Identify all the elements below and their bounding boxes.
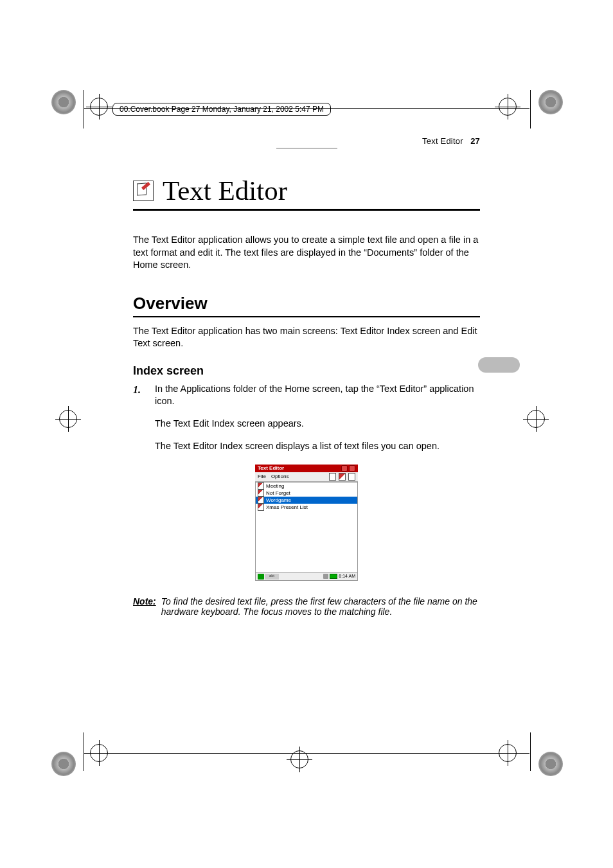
step-result-1: The Text Edit Index screen appears.: [155, 417, 480, 430]
step-1: 1. In the Applications folder of the Hom…: [133, 383, 480, 408]
list-item-label: Meeting: [266, 483, 284, 490]
status-time: 8:14 AM: [339, 574, 355, 578]
help-icon: [341, 465, 348, 472]
running-head: 00.Cover.book Page 27 Monday, January 21…: [112, 103, 331, 116]
title-row: Text Editor: [133, 175, 480, 206]
registration-dot: [538, 752, 563, 776]
screenshot-menubar: File Options: [255, 472, 358, 482]
edit-icon: [339, 473, 346, 481]
page-title: Text Editor: [163, 175, 287, 206]
text-editor-icon: [133, 181, 154, 201]
overview-heading: Overview: [133, 294, 480, 314]
index-screen-screenshot: Text Editor File Options: [255, 465, 358, 581]
trash-icon: [348, 473, 355, 481]
list-item-label: Wordgame: [266, 497, 291, 504]
screenshot-statusbar: akt 8:14 AM: [255, 573, 358, 581]
screenshot-file-list: Meeting Not Forget Wordgame Xmas Present…: [255, 482, 358, 573]
status-battery-icon: [330, 574, 337, 579]
registration-dot: [538, 90, 563, 114]
file-icon: [258, 504, 264, 511]
list-item-label: Not Forget: [266, 490, 290, 497]
status-input-mode: akt: [265, 574, 279, 580]
frame-line: [84, 732, 84, 771]
registration-mark: [90, 98, 108, 116]
menu-file: File: [258, 474, 266, 479]
file-icon: [258, 483, 264, 490]
menu-options: Options: [271, 474, 289, 479]
step-number: 1.: [133, 383, 145, 408]
list-item: Not Forget: [256, 490, 357, 497]
frame-line: [530, 732, 531, 771]
list-item-selected: Wordgame: [256, 497, 357, 504]
frame-line: [84, 753, 529, 754]
list-item: Xmas Present List: [256, 504, 357, 511]
step-result-2: The Text Editor Index screen displays a …: [155, 439, 480, 452]
screenshot-titlebar: Text Editor: [255, 465, 358, 472]
list-item-label: Xmas Present List: [266, 504, 308, 511]
status-tray-icon: [323, 574, 328, 579]
overview-body: The Text Editor application has two main…: [133, 325, 480, 350]
list-item: Meeting: [256, 483, 357, 490]
page-number: 27: [470, 136, 480, 146]
registration-mark: [499, 98, 517, 116]
note-block: Note: To find the desired text file, pre…: [133, 596, 480, 617]
header-rule: [276, 148, 337, 149]
status-home-icon: [258, 574, 264, 580]
file-icon: [258, 490, 264, 497]
new-file-icon: [329, 473, 336, 481]
file-icon: [258, 497, 264, 504]
page-content: Text Editor 27 Text Editor The Text Edit…: [133, 136, 480, 617]
note-label: Note:: [133, 596, 156, 617]
registration-dot: [51, 90, 76, 114]
note-text: To find the desired text file, press the…: [161, 596, 480, 617]
screenshot-title: Text Editor: [258, 465, 284, 471]
close-icon: [349, 465, 355, 472]
index-screen-heading: Index screen: [133, 364, 480, 378]
thumb-tab: [478, 357, 520, 373]
section-rule: [133, 316, 480, 317]
page-header: Text Editor 27: [133, 136, 480, 149]
document-page: 00.Cover.book Page 27 Monday, January 21…: [0, 0, 613, 868]
registration-mark: [59, 410, 77, 428]
frame-line: [84, 90, 84, 128]
registration-dot: [51, 752, 76, 776]
registration-mark: [527, 410, 545, 428]
intro-paragraph: The Text Editor application allows you t…: [133, 234, 480, 272]
step-text: In the Applications folder of the Home s…: [155, 383, 480, 408]
frame-line: [530, 90, 531, 128]
header-section: Text Editor: [422, 136, 463, 146]
title-rule: [133, 209, 480, 211]
